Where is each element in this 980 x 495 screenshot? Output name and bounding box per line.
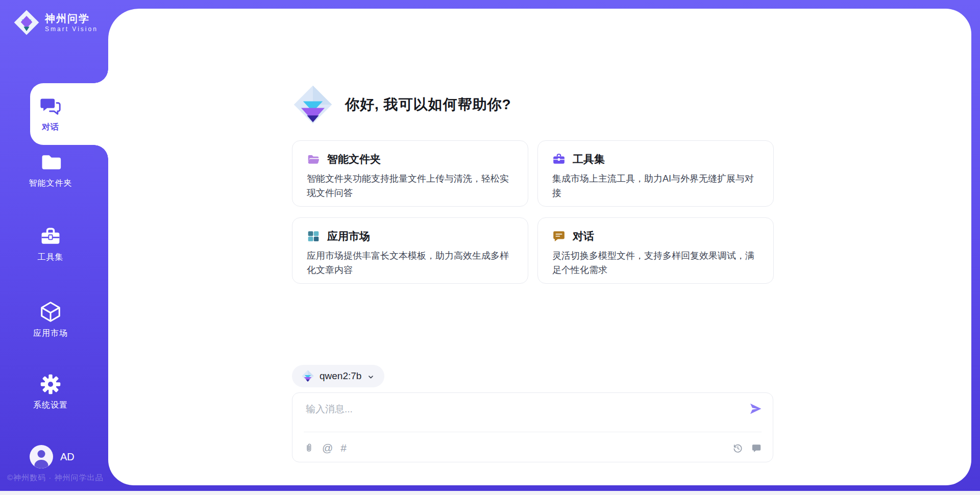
app-window: 神州问学 Smart Vision 对话 智能文件夹 [0,0,980,495]
card-description: 灵活切换多模型文件，支持多样回复效果调试，满足个性化需求 [552,249,759,277]
active-tab-curve-top [94,69,108,83]
brand: 神州问学 Smart Vision [13,9,98,36]
cube-icon [39,300,62,324]
chat-bubbles-icon [39,94,62,117]
card-chat[interactable]: 对话 灵活切换多模型文件，支持多样回复效果调试，满足个性化需求 [537,217,774,284]
card-smart-folder[interactable]: 智能文件夹 智能文件夹功能支持批量文件上传与清洗，轻松实现文件问答 [292,140,528,207]
active-tab-curve-bottom [94,145,108,159]
hash-icon: # [340,442,347,454]
feature-cards: 智能文件夹 智能文件夹功能支持批量文件上传与清洗，轻松实现文件问答 工具集 集成… [292,140,774,284]
message-input[interactable] [305,401,725,418]
chat-square-icon [751,443,762,453]
sidebar-item-toolset[interactable]: 工具集 [13,225,88,263]
at-icon: @ [322,442,333,454]
bottom-edge-strip [0,491,980,495]
message-composer: @ # [292,392,773,462]
sidebar: 神州问学 Smart Vision 对话 智能文件夹 [0,0,108,491]
user-account[interactable]: AD [30,445,75,468]
assistant-diamond-logo-icon [292,84,334,126]
model-name: qwen2:7b [320,370,361,382]
sidebar-item-smart-folder[interactable]: 智能文件夹 [13,151,88,189]
sidebar-item-label: 对话 [42,122,59,133]
card-description: 应用市场提供丰富长文本模板，助力高效生成多样化文章内容 [307,249,513,277]
model-selector[interactable]: qwen2:7b [292,365,384,387]
person-icon [30,445,53,468]
sidebar-item-app-market[interactable]: 应用市场 [13,300,88,339]
sidebar-item-settings[interactable]: 系统设置 [13,373,88,411]
card-title: 对话 [573,229,594,243]
mention-button[interactable]: @ [322,442,333,454]
paperclip-icon [304,443,314,454]
gear-icon [39,373,62,395]
card-app-market[interactable]: 应用市场 应用市场提供丰富长文本模板，助力高效生成多样化文章内容 [292,217,528,284]
toolbox-icon [39,225,62,247]
send-button[interactable] [748,402,763,416]
brand-name: 神州问学 [45,12,98,24]
sidebar-item-label: 应用市场 [33,328,68,339]
avatar [30,445,53,468]
folder-icon [39,151,62,174]
history-button[interactable] [732,443,743,454]
sidebar-item-label: 智能文件夹 [29,178,72,189]
greeting: 你好, 我可以如何帮助你? [292,84,511,126]
greeting-title: 你好, 我可以如何帮助你? [345,95,511,114]
user-name: AD [60,451,75,463]
brand-diamond-logo-icon [13,9,40,36]
sidebar-item-label: 工具集 [38,252,64,263]
topic-button[interactable]: # [340,442,347,454]
send-icon [748,402,763,416]
sidebar-item-chat[interactable]: 对话 [13,94,88,133]
sidebar-item-label: 系统设置 [33,400,68,411]
folder-open-icon [307,153,320,166]
brand-tagline: Smart Vision [45,26,98,33]
attach-file-button[interactable] [304,443,314,454]
composer-tools-left: @ # [304,440,347,456]
grid-icon [307,230,320,243]
composer-divider [304,432,762,432]
briefcase-icon [552,153,566,166]
main-panel: 你好, 我可以如何帮助你? 智能文件夹 智能文件夹功能支持批量文件上传与清洗，轻… [108,9,971,485]
conversation-button[interactable] [751,443,762,453]
card-title: 应用市场 [327,229,370,243]
card-description: 集成市场上主流工具，助力AI与外界无缝扩展与对接 [552,171,759,200]
model-diamond-logo-icon [301,369,314,383]
composer-tools-right [732,440,762,456]
card-title: 工具集 [573,152,605,166]
card-description: 智能文件夹功能支持批量文件上传与清洗，轻松实现文件问答 [307,171,513,200]
chevron-down-icon [366,373,375,381]
card-title: 智能文件夹 [327,152,381,166]
card-toolset[interactable]: 工具集 集成市场上主流工具，助力AI与外界无缝扩展与对接 [537,140,774,207]
chat-bubble-icon [552,230,566,243]
copyright-footer: ©神州数码 · 神州问学出品 [7,473,103,483]
history-clock-icon [732,443,743,454]
